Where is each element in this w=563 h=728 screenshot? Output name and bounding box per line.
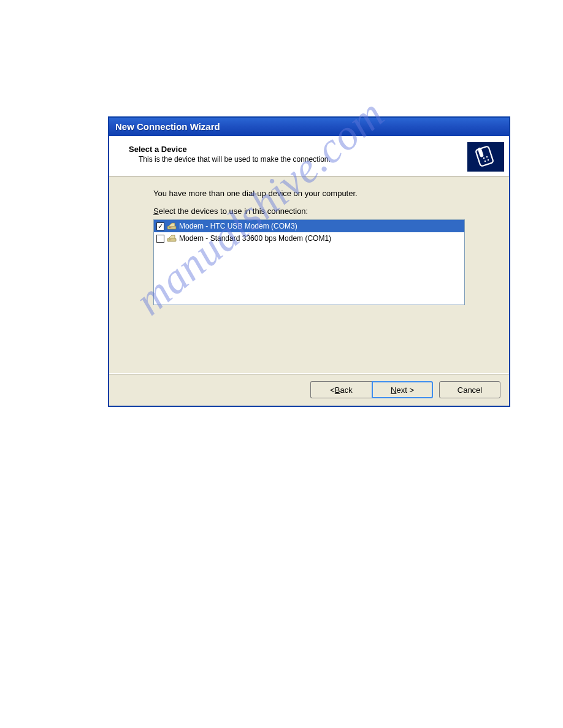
titlebar: New Connection Wizard bbox=[109, 118, 509, 136]
device-checkbox[interactable]: ✓ bbox=[156, 222, 164, 230]
device-list-item[interactable]: Modem - Standard 33600 bps Modem (COM1) bbox=[154, 232, 464, 245]
device-listbox[interactable]: ✓Modem - HTC USB Modem (COM3)Modem - Sta… bbox=[153, 219, 465, 305]
header-text: Select a Device This is the device that … bbox=[129, 142, 331, 164]
svg-rect-1 bbox=[477, 147, 484, 157]
header-title: Select a Device bbox=[129, 145, 331, 154]
dialog-footer: < Back Next > Cancel bbox=[109, 373, 509, 406]
svg-point-10 bbox=[169, 240, 170, 241]
device-checkbox[interactable] bbox=[156, 235, 164, 243]
svg-point-11 bbox=[170, 240, 172, 241]
svg-rect-6 bbox=[167, 226, 176, 229]
device-list-item[interactable]: ✓Modem - HTC USB Modem (COM3) bbox=[154, 220, 464, 232]
instruction-text-2: Select the devices to use in this connec… bbox=[153, 207, 465, 216]
svg-point-7 bbox=[169, 227, 170, 229]
svg-rect-9 bbox=[167, 238, 176, 241]
modem-icon bbox=[167, 221, 177, 231]
wizard-dialog: New Connection Wizard Select a Device Th… bbox=[108, 116, 510, 407]
back-button[interactable]: < Back bbox=[310, 381, 372, 398]
modem-icon bbox=[167, 233, 177, 243]
svg-point-4 bbox=[483, 157, 484, 159]
svg-point-2 bbox=[484, 161, 486, 162]
nav-button-group: < Back Next > bbox=[310, 381, 433, 398]
header-subtitle: This is the device that will be used to … bbox=[129, 155, 331, 164]
next-button[interactable]: Next > bbox=[372, 381, 433, 398]
phone-icon bbox=[467, 142, 504, 172]
svg-point-5 bbox=[486, 156, 488, 157]
dialog-content: You have more than one dial-up device on… bbox=[109, 176, 509, 373]
svg-point-8 bbox=[170, 227, 172, 229]
instruction-text-1: You have more than one dial-up device on… bbox=[153, 189, 465, 198]
cancel-button[interactable]: Cancel bbox=[439, 381, 500, 398]
svg-point-3 bbox=[488, 159, 489, 161]
dialog-header: Select a Device This is the device that … bbox=[109, 136, 509, 176]
device-label: Modem - Standard 33600 bps Modem (COM1) bbox=[179, 234, 331, 243]
window-title: New Connection Wizard bbox=[115, 121, 220, 132]
device-label: Modem - HTC USB Modem (COM3) bbox=[179, 222, 297, 230]
